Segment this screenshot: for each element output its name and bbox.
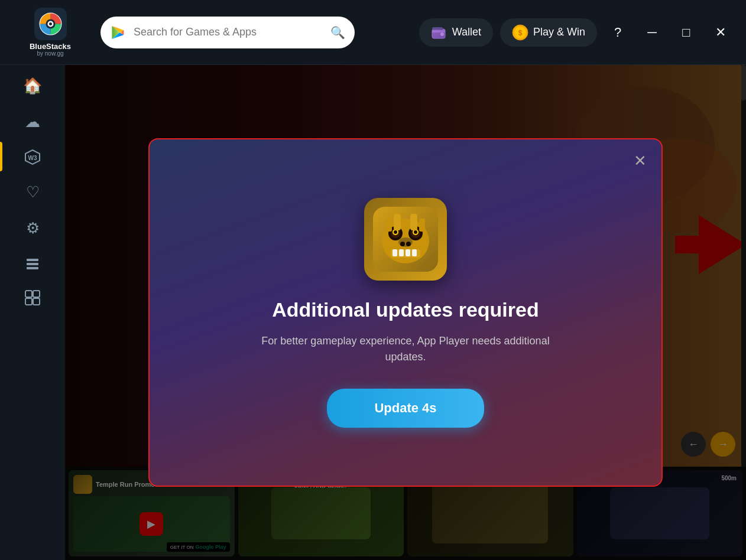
search-bar[interactable]: 🔍 — [100, 17, 355, 48]
home-icon: 🏠 — [23, 77, 42, 95]
svg-rect-20 — [25, 298, 32, 305]
coin-icon: $ — [512, 24, 528, 41]
sidebar: 🏠 ☁ W3 ♡ ⚙ — [0, 65, 65, 560]
svg-rect-21 — [33, 298, 40, 305]
close-icon: ✕ — [715, 25, 726, 40]
settings-icon: ⚙ — [26, 219, 40, 237]
titlebar: BlueStacks by now.gg — [0, 0, 746, 65]
playwin-label: Play & Win — [533, 26, 585, 38]
sidebar-item-layers[interactable] — [24, 255, 41, 272]
wallet-icon — [431, 24, 447, 41]
search-input[interactable] — [134, 26, 323, 38]
upload-icon: ☁ — [25, 113, 40, 131]
svg-rect-42 — [406, 249, 410, 256]
playwin-button[interactable]: $ Play & Win — [500, 18, 597, 47]
svg-rect-15 — [27, 259, 38, 261]
modal-close-button[interactable]: ✕ — [630, 150, 651, 171]
svg-point-35 — [414, 230, 417, 234]
modal-update-label: Update 4s — [374, 401, 436, 415]
modal-title: Additional updates required — [272, 298, 539, 321]
svg-rect-43 — [412, 249, 417, 256]
svg-point-37 — [400, 242, 405, 246]
svg-rect-47 — [419, 219, 425, 232]
svg-rect-18 — [25, 291, 32, 297]
sidebar-item-home[interactable]: 🏠 — [23, 77, 42, 95]
svg-point-38 — [406, 242, 411, 246]
svg-rect-46 — [386, 219, 392, 232]
wallet-label: Wallet — [452, 26, 481, 38]
svg-rect-16 — [27, 263, 38, 265]
svg-text:W3: W3 — [28, 155, 37, 161]
maximize-button[interactable]: □ — [673, 19, 700, 46]
google-play-icon — [110, 24, 127, 41]
modal-description: For better gameplay experience, App Play… — [258, 333, 553, 365]
sidebar-item-upload[interactable]: ☁ — [25, 113, 40, 131]
svg-point-4 — [49, 22, 52, 25]
minimize-button[interactable]: ─ — [638, 19, 666, 46]
sidebar-item-multi[interactable] — [24, 289, 41, 306]
layers-icon — [24, 255, 41, 272]
wallet-button[interactable]: Wallet — [419, 18, 493, 47]
sidebar-item-web3[interactable]: W3 — [24, 149, 41, 165]
sidebar-item-settings[interactable]: ⚙ — [26, 219, 40, 237]
temple-run-icon — [373, 207, 438, 272]
web3-icon: W3 — [24, 149, 41, 165]
maximize-icon: □ — [682, 25, 690, 40]
svg-rect-17 — [27, 267, 38, 269]
logo-name: BlueStacks — [30, 43, 71, 50]
help-button[interactable]: ? — [604, 19, 631, 46]
svg-rect-40 — [393, 249, 397, 256]
sidebar-item-favorites[interactable]: ♡ — [26, 183, 40, 201]
svg-rect-9 — [432, 29, 445, 38]
modal-update-button[interactable]: Update 4s — [327, 389, 484, 428]
svg-point-36 — [398, 237, 413, 247]
logo-area: BlueStacks by now.gg — [12, 8, 89, 57]
modal-game-icon — [364, 198, 447, 281]
active-indicator — [0, 142, 2, 171]
help-icon: ? — [614, 25, 621, 40]
update-modal: ✕ — [148, 138, 663, 487]
modal-close-icon: ✕ — [634, 152, 647, 170]
search-icon: 🔍 — [330, 25, 345, 40]
heart-icon: ♡ — [26, 183, 40, 201]
close-button[interactable]: ✕ — [707, 19, 734, 46]
svg-rect-19 — [33, 291, 40, 297]
modal-overlay: ✕ — [65, 65, 746, 560]
minimize-icon: ─ — [647, 25, 657, 40]
logo-tagline: by now.gg — [37, 50, 63, 57]
svg-rect-41 — [399, 249, 404, 256]
multi-instance-icon — [24, 289, 41, 306]
titlebar-actions: Wallet $ Play & Win ? ─ □ ✕ — [419, 18, 734, 47]
svg-rect-45 — [410, 214, 417, 230]
svg-text:$: $ — [518, 29, 523, 37]
bluestacks-logo — [34, 8, 67, 40]
svg-rect-44 — [394, 214, 401, 230]
svg-point-34 — [394, 230, 397, 234]
main-content: ← → Temple Run Promotional Video ▶ — [65, 65, 746, 560]
